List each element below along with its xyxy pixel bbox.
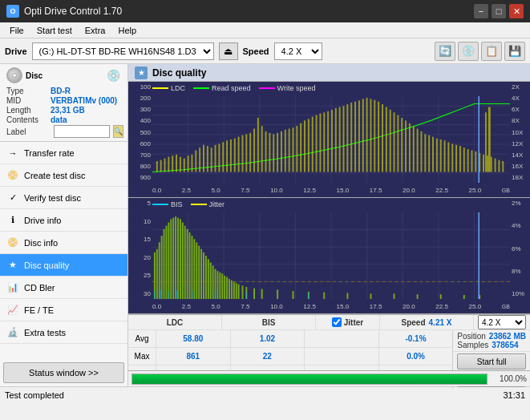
svg-rect-27 <box>191 155 192 172</box>
svg-rect-30 <box>203 145 204 172</box>
svg-rect-43 <box>253 129 255 172</box>
nav-disc-info[interactable]: 📀 Disc info <box>0 232 127 254</box>
top-chart-x-axis: 0.0 2.5 5.0 7.5 10.0 12.5 15.0 17.5 20.0… <box>152 183 510 197</box>
jitter-checkbox[interactable] <box>332 317 342 327</box>
bottom-chart-y-right: 10% 8% 6% 4% 2% <box>510 198 530 299</box>
svg-rect-160 <box>236 283 237 299</box>
svg-rect-154 <box>221 273 223 299</box>
samples-label: Samples <box>457 341 488 349</box>
svg-rect-21 <box>168 157 169 172</box>
disc-length-key: Length <box>6 106 51 115</box>
nav-verify-test-disc-label: Verify test disc <box>24 193 81 203</box>
nav-disc-quality[interactable]: ★ Disc quality <box>0 254 127 277</box>
svg-rect-60 <box>319 114 321 172</box>
svg-rect-170 <box>346 293 348 299</box>
toolbar-refresh-button[interactable]: 🔄 <box>435 42 455 61</box>
jitter-legend-color <box>191 204 207 205</box>
toolbar-save-button[interactable]: 💾 <box>504 42 525 61</box>
nav-drive-info[interactable]: ℹ Drive info <box>0 209 127 232</box>
stats-avg-jitter: -0.1% <box>379 330 453 347</box>
nav-transfer-rate[interactable]: → Transfer rate <box>0 142 127 164</box>
svg-rect-93 <box>447 142 449 172</box>
menu-file[interactable]: File <box>3 24 30 37</box>
toolbar-copy-button[interactable]: 📋 <box>481 42 502 61</box>
svg-rect-106 <box>498 160 500 172</box>
disc-mid-val: VERBATIMv (000) <box>51 96 117 105</box>
progress-bar-container: 100.0% <box>128 370 530 386</box>
svg-rect-161 <box>238 285 240 299</box>
disc-type-val: BD-R <box>51 87 71 95</box>
nav-disc-quality-label: Disc quality <box>24 260 69 270</box>
nav-create-test-disc[interactable]: 📀 Create test disc <box>0 164 127 187</box>
svg-rect-139 <box>187 229 188 299</box>
svg-rect-150 <box>212 265 214 299</box>
write-speed-legend-color <box>259 87 275 89</box>
svg-rect-47 <box>269 133 270 172</box>
disc-quality-icon: ★ <box>6 259 19 272</box>
disc-label-button[interactable]: 🔍 <box>113 125 123 138</box>
svg-rect-54 <box>296 126 297 172</box>
close-button[interactable]: ✕ <box>509 4 524 18</box>
svg-rect-138 <box>184 226 186 299</box>
start-full-button[interactable]: Start full <box>457 353 526 370</box>
svg-rect-181 <box>191 291 192 299</box>
status-text-bar: Test completed 31:31 <box>0 386 530 402</box>
svg-rect-49 <box>277 133 278 172</box>
write-speed-legend-label: Write speed <box>277 84 316 92</box>
svg-rect-140 <box>189 232 191 299</box>
svg-rect-26 <box>188 155 189 172</box>
top-chart-svg-wrap <box>152 96 510 183</box>
top-chart-svg <box>152 96 510 183</box>
read-speed-legend-color <box>193 87 209 89</box>
svg-rect-135 <box>177 218 179 299</box>
svg-rect-25 <box>184 159 185 172</box>
jitter-header-label: Jitter <box>344 318 363 327</box>
stats-speed-select[interactable]: 4.2 X <box>478 315 526 329</box>
nav-fe-te[interactable]: 📈 FE / TE <box>0 299 127 321</box>
top-chart-y-right: 18X 16X 14X 12X 10X 8X 6X 4X 2X <box>510 82 530 183</box>
svg-rect-159 <box>233 281 235 299</box>
disc-section-label: Disc <box>26 71 42 80</box>
disc-length-val: 23,31 GB <box>51 106 85 115</box>
nav-verify-test-disc[interactable]: ✓ Verify test disc <box>0 187 127 209</box>
nav-cd-bler[interactable]: 📊 CD Bler <box>0 277 127 299</box>
svg-rect-152 <box>216 271 218 299</box>
nav-extra-tests[interactable]: 🔬 Extra tests <box>0 321 127 344</box>
svg-rect-107 <box>502 161 504 172</box>
svg-rect-137 <box>182 222 184 299</box>
disc-label-input[interactable] <box>54 125 110 138</box>
svg-rect-133 <box>172 218 174 299</box>
speed-label: Speed <box>243 46 269 56</box>
title-bar: O Opti Drive Control 1.70 − □ ✕ <box>0 0 530 22</box>
svg-rect-82 <box>405 120 407 172</box>
stats-samples-row: Samples 378654 <box>457 341 526 349</box>
svg-rect-36 <box>226 140 228 172</box>
toolbar-disc-button[interactable]: 💿 <box>458 42 479 61</box>
svg-rect-74 <box>374 100 375 172</box>
top-chart-y-left: 900 800 700 600 500 400 300 200 100 <box>128 82 152 183</box>
nav-disc-info-label: Disc info <box>24 238 58 248</box>
maximize-button[interactable]: □ <box>492 4 506 18</box>
speed-select[interactable]: 4.2 X <box>274 42 322 60</box>
svg-rect-127 <box>159 242 160 299</box>
bottom-chart-legend: BIS Jitter <box>152 200 225 208</box>
svg-rect-129 <box>164 229 165 299</box>
drive-select[interactable]: (G:) HL-DT-ST BD-RE WH16NS48 1.D3 <box>32 42 214 60</box>
menu-start-test[interactable]: Start test <box>30 24 79 37</box>
stats-max-ldc: 861 <box>156 348 231 365</box>
svg-rect-19 <box>160 160 162 172</box>
svg-rect-83 <box>409 123 411 172</box>
svg-rect-58 <box>312 117 314 172</box>
menu-help[interactable]: Help <box>111 24 143 37</box>
svg-rect-39 <box>238 137 240 172</box>
read-speed-legend-item: Read speed <box>193 84 251 92</box>
svg-rect-38 <box>234 139 236 172</box>
menu-extra[interactable]: Extra <box>79 24 112 37</box>
svg-rect-56 <box>304 120 305 172</box>
svg-rect-90 <box>436 139 438 172</box>
svg-rect-52 <box>289 129 290 172</box>
eject-button[interactable]: ⏏ <box>219 42 238 60</box>
status-window-button[interactable]: Status window >> <box>3 362 124 383</box>
disc-info-icon: 📀 <box>6 236 19 249</box>
minimize-button[interactable]: − <box>474 4 488 18</box>
